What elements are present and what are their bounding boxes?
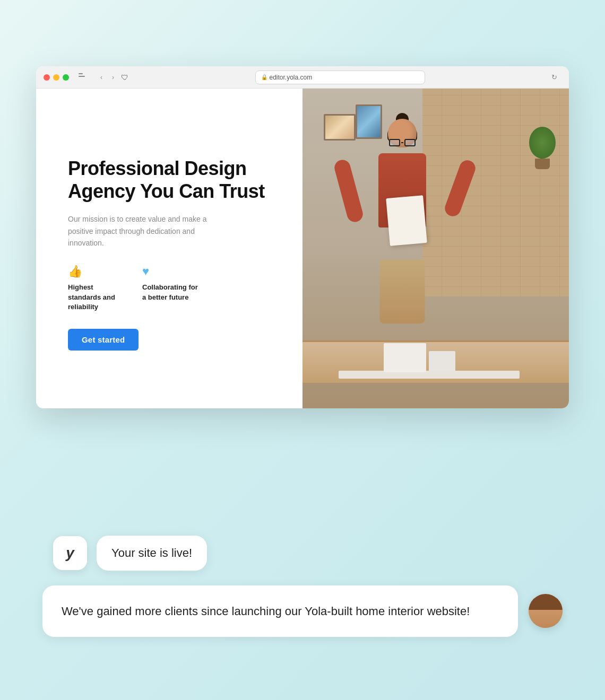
person-arm-right — [443, 158, 478, 218]
thumbsup-icon: 👍 — [68, 265, 126, 278]
chat-section: y Your site is live! We've gained more c… — [0, 472, 605, 700]
model-building-main — [384, 343, 426, 372]
feature-2: ♥ Collaborating for a better future — [142, 265, 201, 312]
photo-scene — [302, 89, 569, 408]
shield-icon: 🛡 — [121, 73, 128, 82]
nav-arrows: ‹ › — [97, 73, 118, 82]
chat-row-1: y Your site is live! — [53, 536, 207, 571]
notification-bubble: Your site is live! — [97, 536, 207, 571]
hero-title: Professional Design Agency You Can Trust — [68, 157, 276, 203]
heart-icon: ♥ — [142, 265, 201, 278]
table-surface — [302, 340, 569, 383]
lock-icon: 🔒 — [261, 74, 266, 81]
feature-2-label: Collaborating for a better future — [142, 283, 201, 302]
address-bar-wrap: 🔒 editor.yola.com — [155, 71, 525, 84]
forward-button[interactable]: › — [108, 73, 118, 82]
testimonial-text: We've gained more clients since launchin… — [62, 605, 470, 618]
features-row: 👍 Highest standards and reliability ♥ Co… — [68, 265, 276, 312]
architecture-model — [316, 331, 542, 379]
glass-lens-left — [389, 139, 400, 146]
back-button[interactable]: ‹ — [97, 73, 106, 82]
minimize-button[interactable] — [53, 74, 59, 81]
hero-description: Our mission is to create value and make … — [68, 213, 217, 249]
close-button[interactable] — [44, 74, 50, 81]
browser-window: ‹ › 🛡 🔒 editor.yola.com ↻ Professional D… — [36, 66, 569, 408]
glass-bridge — [401, 142, 403, 143]
user-avatar — [529, 594, 563, 628]
avatar-hair — [529, 594, 563, 610]
paper-document — [386, 195, 427, 246]
browser-toolbar: ‹ › 🛡 🔒 editor.yola.com ↻ — [36, 66, 569, 89]
traffic-lights — [44, 74, 69, 81]
person-pants — [380, 260, 425, 323]
url-text: editor.yola.com — [270, 74, 313, 81]
glasses — [389, 139, 416, 146]
testimonial-bubble: We've gained more clients since launchin… — [42, 585, 518, 637]
right-panel — [302, 89, 569, 408]
person-arm-left — [333, 158, 365, 224]
chat-row-2: We've gained more clients since launchin… — [42, 585, 563, 637]
avatar-face — [529, 594, 563, 628]
feature-1-label: Highest standards and reliability — [68, 283, 126, 312]
address-bar[interactable]: 🔒 editor.yola.com — [255, 71, 425, 84]
glass-lens-right — [404, 139, 416, 146]
plant-pot — [535, 159, 550, 169]
left-panel: Professional Design Agency You Can Trust… — [36, 89, 302, 408]
panel-icon — [79, 73, 89, 82]
website-content: Professional Design Agency You Can Trust… — [36, 89, 569, 408]
get-started-button[interactable]: Get started — [68, 329, 139, 351]
maximize-button[interactable] — [63, 74, 69, 81]
model-building-secondary — [429, 351, 455, 372]
feature-1: 👍 Highest standards and reliability — [68, 265, 126, 312]
yola-logo: y — [53, 536, 87, 570]
reload-icon[interactable]: ↻ — [551, 73, 557, 81]
notification-text: Your site is live! — [111, 546, 192, 559]
plant — [529, 127, 556, 169]
plant-leaves — [529, 127, 556, 159]
